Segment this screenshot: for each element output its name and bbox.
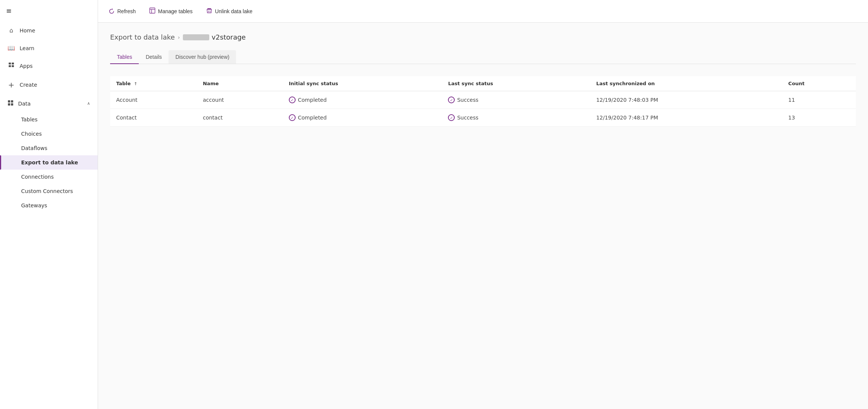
refresh-icon bbox=[109, 8, 115, 14]
redacted-storage-prefix bbox=[183, 34, 209, 40]
row2-last-sync-icon: ✓ bbox=[448, 114, 455, 121]
svg-rect-0 bbox=[9, 63, 11, 64]
sidebar-item-learn[interactable]: 📖 Learn bbox=[0, 39, 98, 57]
col-header-name: Name bbox=[197, 76, 283, 91]
page-content: Export to data lake › v2storage Tables D… bbox=[98, 23, 868, 409]
sidebar-item-export-to-data-lake[interactable]: Export to data lake bbox=[0, 155, 98, 170]
tab-bar: Tables Details Discover hub (preview) bbox=[110, 50, 856, 64]
unlink-data-lake-button[interactable]: Unlink data lake bbox=[205, 5, 254, 17]
refresh-button[interactable]: Refresh bbox=[107, 6, 137, 17]
col-header-count: Count bbox=[782, 76, 856, 91]
tab-details[interactable]: Details bbox=[139, 50, 169, 64]
sidebar-item-choices[interactable]: Choices bbox=[0, 127, 98, 141]
data-section-left: Data bbox=[8, 100, 31, 107]
sidebar-home-label: Home bbox=[20, 28, 35, 34]
col-header-initial-sync: Initial sync status bbox=[283, 76, 442, 91]
sidebar-item-home[interactable]: ⌂ Home bbox=[0, 21, 98, 39]
row1-initial-sync-icon: ✓ bbox=[289, 97, 296, 103]
svg-rect-1 bbox=[12, 63, 14, 64]
breadcrumb-current: v2storage bbox=[183, 33, 245, 41]
svg-rect-3 bbox=[12, 65, 14, 67]
row1-initial-sync-label: Completed bbox=[298, 97, 327, 103]
svg-rect-5 bbox=[11, 100, 13, 103]
breadcrumb: Export to data lake › v2storage bbox=[110, 33, 856, 41]
create-icon: + bbox=[8, 80, 15, 89]
row2-last-synchronized-on: 12/19/2020 7:48:17 PM bbox=[590, 109, 782, 127]
refresh-label: Refresh bbox=[117, 8, 136, 14]
sidebar-choices-label: Choices bbox=[21, 131, 42, 137]
row2-initial-sync: ✓ Completed bbox=[283, 109, 442, 127]
sidebar-item-data[interactable]: Data ∧ bbox=[0, 95, 98, 112]
svg-rect-4 bbox=[8, 100, 10, 103]
sidebar-export-label: Export to data lake bbox=[21, 159, 78, 165]
sidebar-item-gateways[interactable]: Gateways bbox=[0, 198, 98, 213]
col-name-label: Name bbox=[203, 81, 219, 86]
row2-initial-sync-status: ✓ Completed bbox=[289, 114, 436, 121]
col-header-last-synchronized: Last synchronized on bbox=[590, 76, 782, 91]
row1-initial-sync-status: ✓ Completed bbox=[289, 97, 436, 103]
sidebar-gateways-label: Gateways bbox=[21, 202, 47, 208]
sidebar-item-tables[interactable]: Tables bbox=[0, 112, 98, 127]
sidebar-dataflows-label: Dataflows bbox=[21, 145, 48, 151]
learn-icon: 📖 bbox=[8, 44, 15, 52]
sidebar-create-label: Create bbox=[20, 82, 37, 88]
col-table-label: Table bbox=[116, 81, 131, 86]
sidebar-header: ≡ bbox=[0, 0, 98, 21]
row1-initial-sync: ✓ Completed bbox=[283, 91, 442, 109]
sidebar-custom-connectors-label: Custom Connectors bbox=[21, 188, 73, 194]
sidebar-item-custom-connectors[interactable]: Custom Connectors bbox=[0, 184, 98, 198]
svg-rect-2 bbox=[9, 65, 11, 67]
sidebar-item-create[interactable]: + Create bbox=[0, 75, 98, 95]
breadcrumb-parent[interactable]: Export to data lake bbox=[110, 33, 175, 41]
sidebar-apps-label: Apps bbox=[20, 63, 33, 69]
tab-discover-hub[interactable]: Discover hub (preview) bbox=[169, 50, 236, 64]
row2-last-sync-status: ✓ Success bbox=[448, 114, 584, 121]
row1-table: Account bbox=[110, 91, 197, 109]
sort-asc-icon: ↑ bbox=[134, 81, 137, 86]
tab-tables[interactable]: Tables bbox=[110, 50, 139, 64]
chevron-up-icon: ∧ bbox=[87, 101, 90, 106]
hamburger-icon[interactable]: ≡ bbox=[6, 7, 12, 15]
storage-name: v2storage bbox=[212, 33, 245, 41]
toolbar: Refresh Manage tables Unl bbox=[98, 0, 868, 23]
row1-last-synchronized-on: 12/19/2020 7:48:03 PM bbox=[590, 91, 782, 109]
row1-last-sync-label: Success bbox=[457, 97, 478, 103]
row2-initial-sync-icon: ✓ bbox=[289, 114, 296, 121]
active-indicator bbox=[0, 155, 1, 170]
sidebar-data-label: Data bbox=[18, 101, 31, 107]
svg-rect-6 bbox=[8, 103, 10, 106]
manage-tables-icon bbox=[149, 8, 155, 15]
col-last-synchronized-label: Last synchronized on bbox=[596, 81, 655, 86]
row2-last-sync-label: Success bbox=[457, 115, 478, 121]
data-icon bbox=[8, 100, 14, 107]
table-header-row: Table ↑ Name Initial sync status Last sy… bbox=[110, 76, 856, 91]
row1-last-sync-status: ✓ Success bbox=[448, 97, 584, 103]
row1-count: 11 bbox=[782, 91, 856, 109]
svg-rect-7 bbox=[11, 103, 13, 106]
data-sub-menu: Tables Choices Dataflows Export to data … bbox=[0, 112, 98, 213]
col-header-table: Table ↑ bbox=[110, 76, 197, 91]
row2-initial-sync-label: Completed bbox=[298, 115, 327, 121]
manage-tables-button[interactable]: Manage tables bbox=[148, 5, 194, 17]
tables-grid: Table ↑ Name Initial sync status Last sy… bbox=[110, 76, 856, 127]
row1-last-sync: ✓ Success bbox=[442, 91, 590, 109]
unlink-icon bbox=[206, 8, 212, 15]
sidebar-item-dataflows[interactable]: Dataflows bbox=[0, 141, 98, 155]
table-header: Table ↑ Name Initial sync status Last sy… bbox=[110, 76, 856, 91]
sidebar: ≡ ⌂ Home 📖 Learn Apps + Create bbox=[0, 0, 98, 409]
sidebar-item-connections[interactable]: Connections bbox=[0, 170, 98, 184]
sidebar-tables-label: Tables bbox=[21, 116, 38, 123]
col-header-last-sync: Last sync status bbox=[442, 76, 590, 91]
row1-name: account bbox=[197, 91, 283, 109]
breadcrumb-separator: › bbox=[178, 34, 180, 40]
table-row: Contact contact ✓ Completed ✓ Success bbox=[110, 109, 856, 127]
unlink-data-lake-label: Unlink data lake bbox=[215, 8, 253, 14]
svg-rect-8 bbox=[150, 8, 155, 13]
sidebar-learn-label: Learn bbox=[20, 45, 34, 51]
row2-name: contact bbox=[197, 109, 283, 127]
row2-table: Contact bbox=[110, 109, 197, 127]
tab-details-label: Details bbox=[146, 54, 162, 60]
col-last-sync-label: Last sync status bbox=[448, 81, 493, 86]
row2-count: 13 bbox=[782, 109, 856, 127]
sidebar-item-apps[interactable]: Apps bbox=[0, 57, 98, 75]
